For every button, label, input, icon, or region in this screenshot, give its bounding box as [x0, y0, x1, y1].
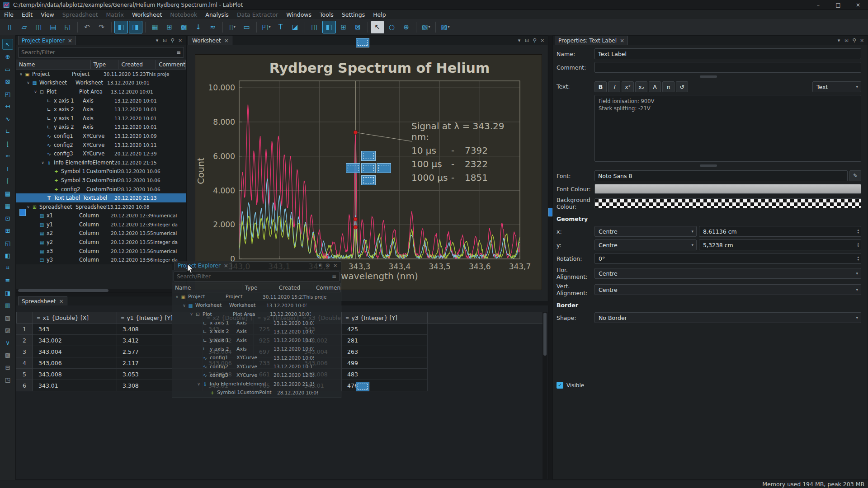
dock-float-icon[interactable]: ⊡ — [523, 38, 531, 43]
Settings[interactable]: Settings — [338, 11, 369, 18]
corner-tool[interactable]: ◱ — [2, 238, 13, 249]
tree-row[interactable]: ∨ ℹ Info Element InfoElement 20.12.2020 … — [16, 158, 186, 167]
label-text-editor[interactable]: Field ionisation: 900V Stark splitting: … — [594, 95, 861, 162]
scrollbar-thumb[interactable] — [18, 289, 108, 292]
undo-button[interactable]: ↶ — [80, 21, 94, 33]
new-matrix-button[interactable]: ▩ — [177, 21, 191, 33]
add-plot-button[interactable]: ◰▾ — [259, 21, 273, 33]
tab-spreadsheet[interactable]: Spreadsheet × — [18, 296, 67, 305]
list-tool[interactable]: ≡ — [2, 275, 13, 286]
hash-tool[interactable]: ⌗ — [2, 263, 13, 273]
separator[interactable] — [435, 22, 436, 33]
separator[interactable] — [222, 22, 223, 33]
expander-icon[interactable]: ∨ — [18, 72, 24, 76]
save-project-button[interactable]: ◫ — [32, 21, 46, 33]
tree-row[interactable]: ∨ ▣ Project Project 30.11.2020 15:23 Thi… — [16, 70, 186, 79]
tab-close-icon[interactable]: × — [68, 38, 72, 44]
cell[interactable]: 343 — [33, 324, 117, 335]
tab-close-icon[interactable]: × — [224, 38, 229, 44]
Spreadsheet[interactable]: Spreadsheet — [58, 11, 102, 18]
row-number[interactable]: 2 — [16, 335, 33, 346]
cascade-windows-button[interactable]: ◨ — [129, 21, 142, 33]
column-header-name[interactable]: Name — [16, 60, 91, 69]
border-shape-combo[interactable]: No Border▾ — [594, 312, 861, 323]
info-element-label[interactable]: Signal at λ = 343.29 nm: 10 µs - 7392 10… — [411, 121, 524, 183]
dragged-project-explorer-window[interactable]: Project Explorer × ▾ ⊡ × ≡ Name Type Cre… — [172, 261, 341, 398]
cell[interactable]: 476 — [342, 380, 428, 391]
zoom-region-combo[interactable]: ▨▾ — [439, 21, 452, 33]
separator[interactable] — [416, 22, 416, 33]
redo-button[interactable]: ↷ — [95, 21, 108, 33]
tree-row[interactable]: + Symbol 3 CustomPoint 28.12.2020 10:06 — [16, 176, 186, 185]
View[interactable]: View — [37, 11, 58, 18]
floor-tool[interactable]: ⌊ — [2, 138, 13, 149]
tab-close-icon[interactable]: × — [224, 263, 228, 269]
dock-float-icon[interactable]: ⊡ — [843, 38, 850, 43]
close-button[interactable]: × — [848, 0, 868, 10]
tree-row[interactable]: ▤ x2 Column 20.12.2020 13:55 numerical — [16, 229, 186, 238]
tree-row[interactable]: + Symbol 1 CustomPoint 28.12.2020 10:06 — [16, 167, 186, 176]
column-menu-icon[interactable]: ≡ — [121, 315, 124, 320]
dock-float-icon[interactable]: ⊡ — [161, 38, 169, 43]
cells-tool[interactable]: ▥ — [2, 300, 13, 311]
column-header-type[interactable]: Type — [91, 60, 119, 69]
Analysis[interactable]: Analysis — [201, 11, 233, 18]
layout-horizontal-button[interactable]: ◧ — [322, 21, 336, 33]
tree-row[interactable]: ∟ y axis 1 Axis 13.12.2020 10:01 — [16, 114, 186, 123]
horizontal-scrollbar[interactable] — [16, 289, 186, 292]
tree-row[interactable]: ∟ x axis 1 Axis 13.12.2020 10:01 — [16, 96, 186, 105]
vertical-scrollbar[interactable] — [542, 312, 547, 479]
Worksheet[interactable]: Worksheet — [128, 11, 166, 18]
tab-project-explorer[interactable]: Project Explorer × — [18, 36, 76, 45]
tab-close-icon[interactable]: × — [620, 38, 624, 44]
expander-icon[interactable]: ∨ — [33, 89, 38, 94]
half-left-tool[interactable]: ◧ — [2, 250, 13, 261]
italic-button[interactable]: I — [608, 81, 620, 92]
add-text-label-button[interactable]: T — [274, 21, 288, 33]
maximize-button[interactable]: □ — [828, 0, 848, 10]
row-number[interactable]: 4 — [16, 357, 33, 369]
tree-row[interactable]: ▤ y1 Column 20.12.2020 12:39 integer da — [16, 220, 186, 229]
separator[interactable] — [256, 22, 257, 33]
datetime-button[interactable]: ↺ — [676, 81, 688, 92]
plot-tool[interactable]: ⊡ — [2, 213, 13, 224]
expander-icon[interactable]: ∨ — [25, 80, 31, 85]
tree-row[interactable]: ▤ x3 Column 20.12.2020 13:56 numerical — [16, 247, 186, 256]
print-preview-button[interactable]: ◱ — [61, 21, 75, 33]
text-mode-combo[interactable]: Text ▾ — [812, 81, 861, 92]
open-project-button[interactable]: ▱ — [18, 21, 31, 33]
dock-close-icon[interactable]: × — [331, 263, 339, 268]
comment-field[interactable] — [594, 62, 861, 73]
dock-menu-icon[interactable]: ▾ — [316, 263, 324, 268]
separator[interactable] — [145, 22, 146, 33]
select-rect-tool[interactable]: ▭ — [2, 64, 13, 75]
cell[interactable]: 343,01 — [33, 380, 117, 391]
font-field[interactable]: Noto Sans 8 — [594, 170, 848, 181]
minimize-button[interactable]: – — [808, 0, 828, 10]
tree-row[interactable]: ▤ y3 Column 20.12.2020 13:56 integer da — [16, 255, 186, 264]
import-data-button[interactable]: ↓ — [192, 21, 205, 33]
y-position-combo[interactable]: Centre▾ — [594, 239, 697, 250]
cell[interactable]: 343,002 — [33, 335, 117, 346]
tree-row[interactable]: ▤ y2 Column 20.12.2020 13:55 integer da — [16, 238, 186, 247]
File[interactable]: File — [0, 11, 18, 18]
zoom-x-tool[interactable]: ◰ — [2, 89, 13, 99]
print-button[interactable]: ▤ — [47, 21, 60, 33]
tab-worksheet[interactable]: Worksheet × — [189, 36, 232, 45]
curve-tool[interactable]: ∿ — [2, 113, 13, 124]
half-right-tool[interactable]: ◨ — [2, 287, 13, 298]
tree-row[interactable]: ∟ x axis 2 Axis 13.12.2020 10:01 — [16, 105, 186, 114]
background-colour-swatch[interactable] — [594, 198, 861, 208]
tree-row[interactable]: ▤ x1 Column 20.12.2020 12:39 numerical — [16, 211, 186, 221]
ghost-tab-project-explorer[interactable]: Project Explorer × — [174, 261, 232, 270]
layout-break-button[interactable]: ⊠ — [351, 21, 365, 33]
filter-icon[interactable]: ≡ — [176, 49, 181, 56]
Tools[interactable]: Tools — [316, 11, 338, 18]
separator[interactable] — [368, 22, 368, 33]
frame-tool[interactable]: ◳ — [2, 375, 13, 385]
vert-alignment-combo[interactable]: Centre▾ — [594, 284, 861, 295]
box-tool[interactable]: ⊟ — [2, 362, 13, 373]
dock-pin-icon[interactable]: ⚲ — [531, 38, 538, 43]
splitter-handle[interactable] — [548, 208, 552, 216]
Windows[interactable]: Windows — [282, 11, 316, 18]
